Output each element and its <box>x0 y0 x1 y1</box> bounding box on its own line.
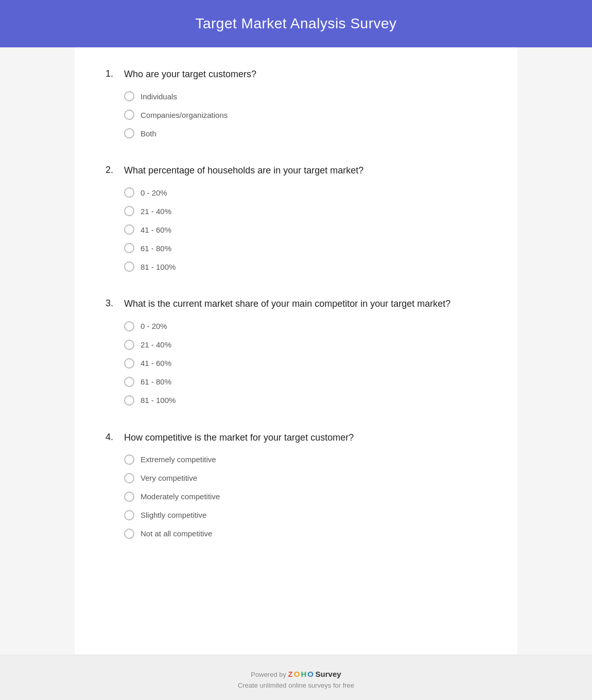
option-label-q3-o3: 41 - 60% <box>141 359 171 367</box>
option-label-q3-o4: 61 - 80% <box>141 377 171 386</box>
option-item-q4-o3[interactable]: Moderately competitive <box>124 492 486 502</box>
question-number-3: 3. <box>106 297 124 309</box>
option-label-q3-o2: 21 - 40% <box>141 340 171 349</box>
question-number-4: 4. <box>106 431 124 443</box>
option-item-q3-o1[interactable]: 0 - 20% <box>124 321 486 331</box>
zoho-o2: O <box>307 670 314 678</box>
radio-circle-q2-o3[interactable] <box>124 224 134 235</box>
powered-by-text: Powered by ZOHO Survey <box>10 670 582 678</box>
radio-circle-q4-o4[interactable] <box>124 510 134 520</box>
survey-body: 1.Who are your target customers?Individu… <box>75 47 517 655</box>
option-item-q1-o3[interactable]: Both <box>124 128 486 138</box>
option-item-q2-o2[interactable]: 21 - 40% <box>124 206 486 216</box>
option-label-q4-o5: Not at all competitive <box>141 529 212 538</box>
option-label-q2-o2: 21 - 40% <box>141 207 171 216</box>
option-label-q2-o3: 41 - 60% <box>141 225 171 234</box>
radio-circle-q4-o2[interactable] <box>124 473 134 483</box>
question-number-2: 2. <box>106 164 124 176</box>
zoho-z: Z <box>288 670 293 678</box>
radio-circle-q3-o5[interactable] <box>124 395 134 406</box>
option-item-q3-o4[interactable]: 61 - 80% <box>124 377 486 387</box>
radio-circle-q3-o4[interactable] <box>124 377 134 387</box>
option-item-q2-o5[interactable]: 81 - 100% <box>124 261 486 272</box>
zoho-logo: ZOHO <box>288 670 314 678</box>
option-label-q4-o3: Moderately competitive <box>141 492 220 501</box>
option-label-q3-o5: 81 - 100% <box>141 396 176 405</box>
radio-circle-q4-o3[interactable] <box>124 492 134 502</box>
radio-circle-q2-o1[interactable] <box>124 187 134 198</box>
radio-circle-q3-o2[interactable] <box>124 340 134 350</box>
survey-brand-label: Survey <box>316 670 341 678</box>
option-label-q1-o2: Companies/organizations <box>141 111 228 119</box>
question-text-3: What is the current market share of your… <box>124 297 450 310</box>
option-item-q3-o2[interactable]: 21 - 40% <box>124 340 486 350</box>
option-item-q3-o5[interactable]: 81 - 100% <box>124 395 486 406</box>
option-item-q1-o1[interactable]: Individuals <box>124 91 486 101</box>
question-block-1: 1.Who are your target customers?Individu… <box>106 68 486 138</box>
option-item-q4-o2[interactable]: Very competitive <box>124 473 486 483</box>
option-item-q4-o1[interactable]: Extremely competitive <box>124 454 486 465</box>
question-number-1: 1. <box>106 68 124 79</box>
options-list-2: 0 - 20%21 - 40%41 - 60%61 - 80%81 - 100% <box>106 187 486 272</box>
options-list-4: Extremely competitiveVery competitiveMod… <box>106 454 486 539</box>
radio-circle-q1-o3[interactable] <box>124 128 134 138</box>
radio-circle-q2-o5[interactable] <box>124 261 134 272</box>
option-label-q2-o1: 0 - 20% <box>141 188 167 197</box>
options-list-3: 0 - 20%21 - 40%41 - 60%61 - 80%81 - 100% <box>106 321 486 406</box>
radio-circle-q4-o1[interactable] <box>124 454 134 465</box>
option-label-q4-o2: Very competitive <box>141 474 197 482</box>
question-block-4: 4.How competitive is the market for your… <box>106 431 486 539</box>
question-row-4: 4.How competitive is the market for your… <box>106 431 486 444</box>
option-item-q1-o2[interactable]: Companies/organizations <box>124 110 486 120</box>
question-text-4: How competitive is the market for your t… <box>124 431 354 444</box>
survey-header: Target Market Analysis Survey <box>0 0 592 47</box>
option-label-q1-o3: Both <box>141 129 156 138</box>
option-item-q3-o3[interactable]: 41 - 60% <box>124 358 486 369</box>
powered-by-label: Powered by <box>251 671 288 678</box>
survey-footer: Powered by ZOHO Survey Create unlimited … <box>0 655 592 700</box>
option-label-q3-o1: 0 - 20% <box>141 322 167 330</box>
option-item-q2-o1[interactable]: 0 - 20% <box>124 187 486 198</box>
footer-tagline: Create unlimited online surveys for free <box>10 681 582 689</box>
radio-circle-q2-o2[interactable] <box>124 206 134 216</box>
radio-circle-q1-o1[interactable] <box>124 91 134 101</box>
radio-circle-q1-o2[interactable] <box>124 110 134 120</box>
radio-circle-q3-o1[interactable] <box>124 321 134 331</box>
option-item-q4-o5[interactable]: Not at all competitive <box>124 529 486 539</box>
survey-title: Target Market Analysis Survey <box>10 15 582 32</box>
zoho-o1: O <box>294 670 300 678</box>
question-row-3: 3.What is the current market share of yo… <box>106 297 486 310</box>
question-block-3: 3.What is the current market share of yo… <box>106 297 486 405</box>
options-list-1: IndividualsCompanies/organizationsBoth <box>106 91 486 138</box>
question-block-2: 2.What percentage of households are in y… <box>106 164 486 272</box>
question-text-2: What percentage of households are in you… <box>124 164 363 177</box>
question-row-2: 2.What percentage of households are in y… <box>106 164 486 177</box>
option-item-q2-o4[interactable]: 61 - 80% <box>124 243 486 253</box>
zoho-h: H <box>301 670 306 678</box>
option-label-q2-o5: 81 - 100% <box>141 262 176 271</box>
option-label-q2-o4: 61 - 80% <box>141 244 171 253</box>
option-label-q4-o4: Slightly competitive <box>141 511 206 519</box>
question-row-1: 1.Who are your target customers? <box>106 68 486 81</box>
option-label-q4-o1: Extremely competitive <box>141 455 216 464</box>
question-text-1: Who are your target customers? <box>124 68 256 81</box>
option-item-q4-o4[interactable]: Slightly competitive <box>124 510 486 520</box>
radio-circle-q3-o3[interactable] <box>124 358 134 369</box>
radio-circle-q2-o4[interactable] <box>124 243 134 253</box>
radio-circle-q4-o5[interactable] <box>124 529 134 539</box>
option-item-q2-o3[interactable]: 41 - 60% <box>124 224 486 235</box>
option-label-q1-o1: Individuals <box>141 92 177 101</box>
